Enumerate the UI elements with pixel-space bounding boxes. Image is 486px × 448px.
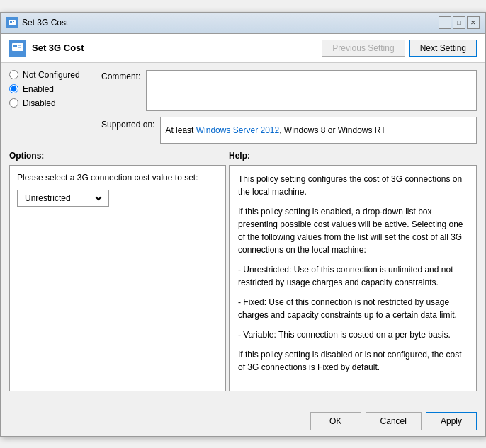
- cancel-button[interactable]: Cancel: [366, 412, 422, 430]
- dialog-header: Set 3G Cost Previous Setting Next Settin…: [1, 34, 485, 63]
- section-labels: Options: Help:: [9, 151, 477, 161]
- help-para-5: - Variable: This connection is costed on…: [238, 328, 463, 341]
- comment-textarea[interactable]: [146, 70, 477, 111]
- next-setting-button[interactable]: Next Setting: [409, 40, 477, 57]
- enabled-label: Enabled: [23, 84, 54, 94]
- radio-section: Not Configured Enabled Disabled: [9, 70, 101, 108]
- supported-box: At least Windows Server 2012, Windows 8 …: [160, 117, 477, 144]
- right-panels: Comment: Supported on: At least Windows …: [101, 70, 477, 144]
- window-controls: – □ ✕: [439, 16, 480, 29]
- svg-rect-7: [13, 45, 17, 47]
- ok-button[interactable]: OK: [310, 412, 361, 430]
- top-section: Not Configured Enabled Disabled Comment:: [9, 70, 477, 151]
- supported-text: At least Windows Server 2012, Windows 8 …: [165, 125, 385, 135]
- enabled-radio[interactable]: [9, 84, 18, 93]
- svg-rect-3: [13, 21, 14, 22]
- header-left: Set 3G Cost: [9, 40, 84, 57]
- main-window: Set 3G Cost – □ ✕ Set 3G Cost Previous S…: [0, 12, 486, 437]
- svg-rect-6: [12, 43, 23, 51]
- help-para-1: This policy setting configures the cost …: [238, 173, 463, 198]
- svg-rect-8: [18, 45, 21, 46]
- minimize-button[interactable]: –: [439, 16, 451, 29]
- comment-label: Comment:: [101, 70, 140, 81]
- cost-select[interactable]: Unrestricted Fixed Variable: [22, 193, 104, 204]
- comment-section: Comment:: [101, 70, 477, 111]
- supported-section: Supported on: At least Windows Server 20…: [101, 117, 477, 144]
- help-section-label: Help:: [229, 151, 477, 161]
- header-icon: [9, 40, 26, 57]
- svg-rect-9: [18, 47, 21, 48]
- svg-rect-2: [10, 21, 12, 23]
- bottom-panels: Please select a 3G connection cost value…: [9, 165, 477, 391]
- window-title: Set 3G Cost: [22, 18, 439, 28]
- disabled-option[interactable]: Disabled: [9, 98, 101, 108]
- help-para-3: - Unrestricted: Use of this connection i…: [238, 263, 463, 289]
- main-content: Not Configured Enabled Disabled Comment:: [1, 63, 485, 406]
- title-bar: Set 3G Cost – □ ✕: [1, 13, 485, 34]
- svg-rect-4: [13, 23, 14, 23]
- help-panel: This policy setting configures the cost …: [229, 165, 477, 391]
- help-para-4: - Fixed: Use of this connection is not r…: [238, 296, 463, 321]
- enabled-option[interactable]: Enabled: [9, 84, 101, 94]
- dialog-title: Set 3G Cost: [32, 42, 84, 53]
- previous-setting-button[interactable]: Previous Setting: [322, 40, 405, 57]
- dialog-footer: OK Cancel Apply: [1, 406, 485, 436]
- window-icon: [6, 17, 18, 28]
- options-panel: Please select a 3G connection cost value…: [9, 165, 226, 391]
- help-para-6: If this policy setting is disabled or is…: [238, 348, 463, 374]
- apply-button[interactable]: Apply: [426, 412, 477, 430]
- disabled-radio[interactable]: [9, 98, 18, 108]
- not-configured-radio[interactable]: [9, 70, 18, 79]
- help-content: This policy setting configures the cost …: [230, 166, 476, 391]
- options-section-label: Options:: [9, 151, 229, 161]
- cost-dropdown[interactable]: Unrestricted Fixed Variable: [17, 190, 109, 207]
- maximize-button[interactable]: □: [453, 16, 465, 29]
- not-configured-label: Not Configured: [23, 70, 80, 80]
- options-prompt: Please select a 3G connection cost value…: [17, 173, 218, 183]
- supported-label: Supported on:: [101, 117, 154, 130]
- supported-link[interactable]: Windows Server 2012: [196, 125, 279, 135]
- help-para-2: If this policy setting is enabled, a dro…: [238, 205, 463, 256]
- not-configured-option[interactable]: Not Configured: [9, 70, 101, 80]
- disabled-label: Disabled: [23, 98, 56, 108]
- nav-buttons: Previous Setting Next Setting: [322, 40, 477, 57]
- close-button[interactable]: ✕: [467, 16, 480, 29]
